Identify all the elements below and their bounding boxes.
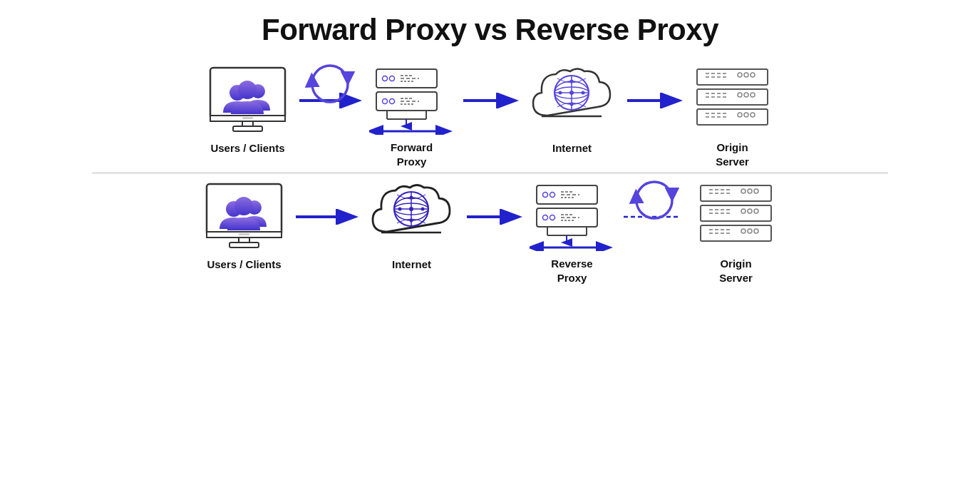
arrow-5-bottom [462, 209, 526, 252]
svg-point-36 [569, 79, 573, 83]
cloud-internet-bottom-icon [366, 177, 458, 255]
svg-point-62 [234, 197, 253, 215]
arrow-3-top [622, 93, 686, 136]
svg-rect-6 [233, 126, 262, 131]
svg-point-73 [409, 207, 413, 211]
svg-point-4 [238, 81, 257, 99]
users-clients-top-col: Users / Clients [202, 61, 294, 168]
arrow-cycle-bottom [619, 209, 690, 252]
arrow-2-top [458, 93, 522, 136]
internet-bottom-col: Internet [362, 177, 462, 285]
origin-server-bottom-icon [695, 176, 777, 255]
reverse-proxy-icon [530, 176, 615, 255]
reverse-proxy-label: ReverseProxy [551, 257, 592, 285]
origin-server-top-col: OriginServer [686, 60, 779, 168]
origin-server-bottom-label: OriginServer [719, 257, 753, 285]
arrow-4-bottom [291, 209, 362, 252]
diagram: Users / Clients [21, 60, 959, 285]
svg-rect-8 [242, 117, 253, 119]
svg-rect-64 [229, 243, 259, 247]
origin-server-top-label: OriginServer [716, 141, 749, 168]
reverse-proxy-col: ReverseProxy [526, 176, 619, 285]
monitor-icon-bottom [203, 177, 285, 255]
svg-point-74 [398, 207, 401, 210]
users-clients-bottom-label: Users / Clients [207, 257, 281, 285]
cloud-internet-top-icon [526, 61, 619, 139]
users-clients-bottom-col: Users / Clients [198, 177, 291, 285]
internet-bottom-label: Internet [392, 257, 431, 285]
bottom-row: Users / Clients [21, 176, 959, 285]
page-title: Forward Proxy vs Reverse Proxy [262, 13, 718, 47]
arrow-cycle-top [294, 93, 366, 136]
internet-top-label: Internet [552, 141, 592, 168]
forward-proxy-col: ForwardProxy [366, 60, 458, 168]
origin-server-bottom-col: OriginServer [690, 176, 783, 285]
svg-point-35 [581, 91, 584, 94]
forward-proxy-label: ForwardProxy [391, 141, 433, 168]
svg-point-33 [569, 91, 574, 95]
users-clients-top-label: Users / Clients [210, 141, 284, 168]
section-divider [92, 173, 889, 173]
svg-point-34 [558, 91, 562, 94]
svg-point-37 [569, 102, 573, 106]
svg-point-76 [409, 195, 413, 199]
svg-point-77 [409, 218, 413, 222]
top-row: Users / Clients [21, 60, 959, 168]
origin-server-top-icon [691, 60, 773, 138]
svg-point-75 [421, 207, 424, 210]
forward-proxy-icon [369, 60, 455, 138]
internet-top-col: Internet [522, 61, 622, 168]
monitor-icon-top [207, 61, 289, 139]
svg-rect-66 [239, 233, 249, 235]
